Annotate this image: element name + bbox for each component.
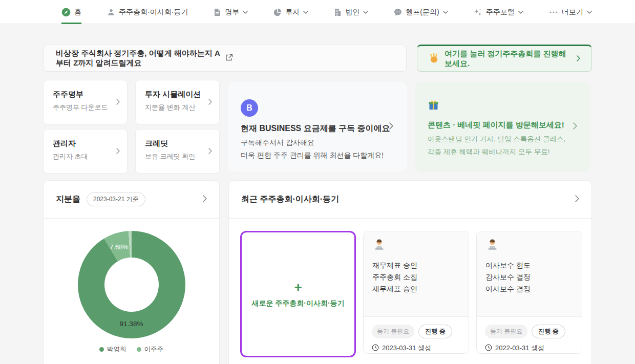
more-dots-icon <box>549 11 558 14</box>
nav-label: 더보기 <box>562 8 583 17</box>
new-meeting-button[interactable]: + 새로운 주주총회·이사회·등기 <box>240 231 356 357</box>
nav-label: 법인 <box>345 8 359 17</box>
donut-label-small: 7.68% <box>110 243 129 251</box>
nav-label: 헬프(문의) <box>406 8 439 17</box>
clock-icon <box>485 344 492 353</box>
plan-card-line2: 더욱 편한 주주 관리를 위해 최선을 다할게요! <box>241 151 392 160</box>
meeting-agenda-line: 이사보수 결정 <box>485 283 573 295</box>
card-title: 투자 시뮬레이션 <box>145 90 212 99</box>
nav-label: 홈 <box>74 8 81 17</box>
chevron-down-icon <box>243 11 248 14</box>
admin-card[interactable]: 관리자 관리자 초대 <box>43 129 128 174</box>
business-plan-badge: B <box>241 99 258 117</box>
ownership-as-of-badge: 2023-03-21 기준 <box>87 192 145 206</box>
chart-legend: 박영희 이주주 <box>44 345 219 354</box>
ownership-card: 지분율 2023-03-21 기준 7.68% 91.38% 박영희 <box>43 180 220 364</box>
plus-icon: + <box>294 281 302 294</box>
card-title: 크레딧 <box>145 139 212 148</box>
nav-item-home[interactable]: 홈 <box>61 0 81 24</box>
legend-label: 박영희 <box>107 345 126 354</box>
chevron-right-icon <box>116 98 120 107</box>
nav-item-invest[interactable]: 투자 <box>273 0 308 24</box>
meeting-created-date: 2023-03-31 생성 <box>382 344 431 353</box>
chevron-down-icon <box>587 11 592 14</box>
investment-simulation-card[interactable]: 투자 시뮬레이션 지분율 변화 계산 <box>135 80 220 124</box>
nav-label: 주주총회·이사회·등기 <box>119 8 188 17</box>
chevron-right-icon <box>116 147 120 156</box>
chevron-right-icon <box>577 54 580 63</box>
benefit-card-line1: 아웃스탠딩 인기 기사, 탈잉 스톡옵션 클래스, <box>428 135 576 144</box>
technologist-emoji-icon <box>485 245 499 253</box>
annual-meeting-banner[interactable]: 여기를 눌러 정기주주총회를 진행해보세요. <box>417 45 592 72</box>
document-icon <box>214 8 221 16</box>
chevron-down-icon <box>303 11 308 14</box>
nav-item-shareholder-portal[interactable]: 주주포털 <box>474 0 523 24</box>
nav-label: 명부 <box>225 8 239 17</box>
person-icon <box>107 8 115 16</box>
page-content: 비상장 주식회사 정기주총, 어떻게 해야하는지 A부터 Z까지 알려드릴게요 … <box>43 45 592 364</box>
nav-item-help[interactable]: 헬프(문의) <box>394 0 448 24</box>
meeting-agenda-line: 이사보수 한도 <box>485 260 573 271</box>
card-title: 관리자 <box>53 139 120 148</box>
annual-meeting-banner-text: 여기를 눌러 정기주주총회를 진행해보세요. <box>444 49 572 69</box>
nav-item-meetings[interactable]: 주주총회·이사회·등기 <box>107 0 188 24</box>
card-subtitle: 보유 크레딧 확인 <box>145 152 212 161</box>
ownership-card-title: 지분율 <box>56 194 80 205</box>
nav-item-more[interactable]: 더보기 <box>549 0 592 24</box>
notice-banner-text: 비상장 주식회사 정기주총, 어떻게 해야하는지 A부터 Z까지 알려드릴게요 <box>56 49 225 68</box>
meeting-agenda-line: 재무제표 승인 <box>372 260 460 271</box>
business-plan-card[interactable]: B 현재 BUSINESS 요금제를 구독 중이에요 구독해주셔서 감사해요 더… <box>228 82 407 172</box>
meeting-agenda-line: 감사보수 결정 <box>485 271 573 283</box>
meeting-card[interactable]: 재무제표 승인 주주총회 소집 재무제표 승인 등기 불필요 진행 중 <box>363 231 469 354</box>
home-compass-icon <box>61 8 71 17</box>
chevron-down-icon <box>443 11 448 14</box>
registration-badge: 등기 불필요 <box>372 325 414 338</box>
chevron-right-icon[interactable] <box>575 195 579 204</box>
chevron-right-icon <box>208 98 212 107</box>
card-subtitle: 주주명부 다운로드 <box>53 103 120 112</box>
legend-dot <box>137 347 141 352</box>
shareholder-registry-card[interactable]: 주주명부 주주명부 다운로드 <box>43 80 128 124</box>
chevron-right-icon[interactable] <box>203 195 207 204</box>
plan-card-line1: 구독해주셔서 감사해요 <box>241 139 392 146</box>
clap-icon <box>429 53 439 65</box>
ownership-donut-wrap: 7.68% 91.38% <box>78 231 185 338</box>
quick-links-grid: 주주명부 주주명부 다운로드 투자 시뮬레이션 지분율 변화 계산 관리자 관리… <box>43 80 220 174</box>
divider <box>44 218 219 219</box>
sparkles-icon <box>474 8 482 16</box>
card-subtitle: 관리자 초대 <box>53 152 120 161</box>
meeting-agenda-line: 재무제표 승인 <box>372 283 460 295</box>
nav-item-registry[interactable]: 명부 <box>214 0 248 24</box>
plan-card-title: 현재 BUSINESS 요금제를 구독 중이에요 <box>241 123 392 134</box>
status-badge: 진행 중 <box>532 325 565 338</box>
technologist-emoji-icon <box>372 245 386 253</box>
clock-icon <box>372 344 379 353</box>
card-subtitle: 지분율 변화 계산 <box>145 103 212 112</box>
nav-label: 투자 <box>285 8 300 17</box>
gift-icon <box>428 104 439 113</box>
benefit-content-card[interactable]: 콘텐츠 · 베네핏 페이지를 방문해보세요! 아웃스탠딩 인기 기사, 탈잉 스… <box>415 82 590 172</box>
chevron-down-icon <box>363 11 368 14</box>
benefit-card-line2: 각종 제휴 혜택과 웨비나까지 모두 무료! <box>428 147 576 157</box>
chevron-right-icon <box>389 122 393 132</box>
notice-banner[interactable]: 비상장 주식회사 정기주총, 어떻게 해야하는지 A부터 Z까지 알려드릴게요 <box>43 45 407 72</box>
donut-label-big: 91.38% <box>120 320 143 328</box>
chevron-right-icon <box>573 122 577 132</box>
registration-badge: 등기 불필요 <box>485 325 527 338</box>
legend-dot <box>99 347 104 352</box>
chevron-down-icon <box>518 11 523 14</box>
meeting-created-date: 2022-03-31 생성 <box>495 344 544 353</box>
building-icon <box>334 8 342 16</box>
chevron-right-icon <box>208 147 212 156</box>
card-title: 주주명부 <box>53 90 120 99</box>
recent-card-title: 최근 주주총회·이사회·등기 <box>241 194 339 205</box>
meeting-card[interactable]: 이사보수 한도 감사보수 결정 이사보수 결정 등기 불필요 진행 중 <box>476 231 582 354</box>
external-link-icon <box>225 53 394 63</box>
nav-item-corporation[interactable]: 법인 <box>334 0 368 24</box>
recent-meetings-card: 최근 주주총회·이사회·등기 + 새로운 주주총회·이사회·등기 <box>228 180 592 364</box>
credit-card[interactable]: 크레딧 보유 크레딧 확인 <box>135 129 220 174</box>
nav-label: 주주포털 <box>486 8 515 17</box>
chat-bubble-icon <box>394 8 402 16</box>
legend-item: 이주주 <box>137 345 164 354</box>
top-nav: 홈 주주총회·이사회·등기 명부 투자 <box>0 0 635 24</box>
